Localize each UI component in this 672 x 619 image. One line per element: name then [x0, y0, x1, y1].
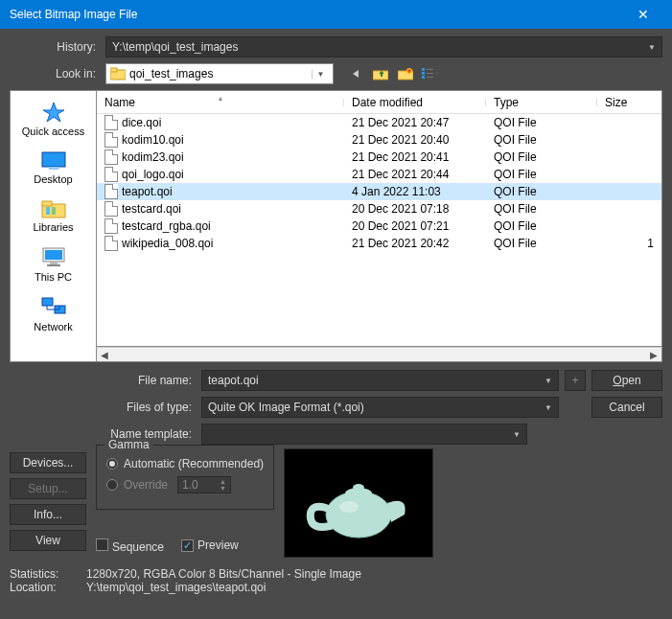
file-icon	[104, 184, 118, 199]
gamma-group: Gamma Automatic (Recommended) Override 1…	[96, 445, 274, 510]
view-menu-button[interactable]	[420, 63, 441, 84]
file-type: QOI File	[486, 150, 597, 164]
file-row[interactable]: testcard_rgba.qoi20 Dec 2021 07:21QOI Fi…	[97, 218, 661, 235]
file-icon	[104, 149, 118, 165]
place-network[interactable]: Network	[11, 292, 96, 340]
preview-checkbox[interactable]: Preview	[181, 539, 239, 554]
chevron-down-icon: ▼	[545, 403, 552, 412]
look-in-label: Look in:	[10, 67, 105, 80]
radio-checked-icon	[106, 458, 118, 470]
info-button[interactable]: Info...	[10, 504, 86, 525]
place-quick-access[interactable]: Quick access	[11, 97, 96, 145]
file-size: 1	[597, 237, 661, 250]
history-value: Y:\temp\qoi_test_images	[112, 40, 238, 54]
file-date: 20 Dec 2021 07:21	[344, 219, 486, 233]
file-name: wikipedia_008.qoi	[122, 237, 213, 250]
svg-rect-15	[46, 207, 50, 215]
name-template-dropdown[interactable]: ▼	[201, 424, 527, 445]
files-of-type-dropdown[interactable]: Quite OK Image Format (*.qoi) ▼	[201, 397, 559, 418]
file-type: QOI File	[486, 237, 597, 250]
file-type: QOI File	[486, 185, 597, 198]
file-name: teapot.qoi	[122, 185, 173, 198]
places-bar: Quick access Desktop Libraries This PC N…	[10, 90, 96, 362]
scroll-left-icon[interactable]: ◀	[97, 350, 112, 360]
titlebar: Select Bitmap Image File ✕	[0, 0, 672, 29]
svg-point-27	[339, 501, 359, 513]
history-label: History:	[10, 40, 105, 54]
back-button[interactable]	[345, 63, 366, 84]
add-button[interactable]: +	[565, 370, 586, 391]
column-type[interactable]: Type	[486, 96, 597, 109]
file-date: 21 Dec 2021 20:40	[344, 133, 486, 147]
place-desktop[interactable]: Desktop	[11, 147, 96, 193]
file-icon	[104, 132, 118, 148]
svg-rect-1	[110, 68, 117, 72]
folder-icon	[110, 67, 126, 80]
file-icon	[104, 218, 118, 234]
file-name-value: teapot.qoi	[208, 374, 259, 387]
place-libraries[interactable]: Libraries	[11, 195, 96, 241]
file-name-label: File name:	[10, 374, 201, 387]
setup-button: Setup...	[10, 478, 86, 499]
statistics-value: 1280x720, RGBA Color 8 Bits/Channel - Si…	[86, 567, 361, 581]
gamma-automatic-radio[interactable]: Automatic (Recommended)	[106, 457, 264, 470]
file-list[interactable]: ▲Name Date modified Type Size dice.qoi21…	[96, 90, 662, 347]
look-in-dropdown[interactable]: qoi_test_images ▼	[105, 63, 334, 84]
file-type: QOI File	[486, 202, 597, 216]
cancel-button[interactable]: Cancel	[591, 397, 662, 418]
gamma-legend: Gamma	[104, 438, 153, 451]
file-row[interactable]: teapot.qoi4 Jan 2022 11:03QOI File	[97, 183, 661, 200]
gamma-override-radio[interactable]: Override 1.0 ▲▼	[106, 476, 264, 493]
file-name: testcard_rgba.qoi	[122, 219, 211, 233]
history-dropdown[interactable]: Y:\temp\qoi_test_images ▼	[105, 36, 662, 57]
svg-point-26	[353, 484, 364, 492]
file-row[interactable]: kodim10.qoi21 Dec 2021 20:40QOI File	[97, 131, 661, 149]
svg-rect-16	[52, 207, 56, 215]
file-name: dice.qoi	[122, 116, 161, 129]
file-type: QOI File	[486, 219, 597, 233]
svg-rect-18	[45, 250, 62, 260]
checkbox-checked-icon	[181, 539, 194, 552]
svg-rect-19	[50, 262, 58, 264]
new-folder-button[interactable]	[395, 63, 416, 84]
files-of-type-value: Quite OK Image Format (*.qoi)	[208, 401, 364, 414]
devices-button[interactable]: Devices...	[10, 452, 86, 473]
svg-rect-5	[422, 68, 425, 71]
file-date: 21 Dec 2021 20:47	[344, 116, 486, 129]
file-icon	[104, 201, 118, 217]
svg-rect-14	[42, 201, 52, 206]
file-row[interactable]: kodim23.qoi21 Dec 2021 20:41QOI File	[97, 149, 661, 166]
file-row[interactable]: dice.qoi21 Dec 2021 20:47QOI File	[97, 114, 661, 131]
file-icon	[104, 167, 118, 182]
chevron-down-icon: ▼	[513, 430, 521, 439]
chevron-down-icon: ▼	[648, 43, 656, 52]
file-row[interactable]: wikipedia_008.qoi21 Dec 2021 20:42QOI Fi…	[97, 235, 661, 252]
sequence-checkbox[interactable]: Sequence	[96, 539, 164, 554]
checkbox-unchecked-icon	[96, 539, 108, 551]
svg-rect-20	[47, 264, 60, 266]
file-row[interactable]: testcard.qoi20 Dec 2021 07:18QOI File	[97, 200, 661, 218]
column-date[interactable]: Date modified	[344, 96, 486, 109]
view-button[interactable]: View	[10, 530, 86, 551]
file-row[interactable]: qoi_logo.qoi21 Dec 2021 20:44QOI File	[97, 166, 661, 183]
horizontal-scrollbar[interactable]: ◀ ▶	[96, 347, 662, 362]
up-folder-button[interactable]	[370, 63, 391, 84]
open-button[interactable]: Open	[591, 370, 662, 391]
svg-rect-12	[49, 167, 58, 170]
file-icon	[104, 115, 118, 130]
file-name-input[interactable]: teapot.qoi ▼	[201, 370, 559, 391]
place-this-pc[interactable]: This PC	[11, 242, 96, 290]
file-name: qoi_logo.qoi	[122, 168, 184, 181]
column-size[interactable]: Size	[597, 96, 661, 109]
close-button[interactable]: ✕	[624, 7, 662, 22]
file-date: 21 Dec 2021 20:41	[344, 150, 486, 164]
svg-rect-7	[422, 76, 425, 79]
chevron-down-icon: ▼	[545, 377, 552, 385]
preview-pane	[284, 448, 433, 558]
scroll-right-icon[interactable]: ▶	[646, 350, 661, 360]
chevron-down-icon: ▼	[312, 70, 329, 79]
file-type: QOI File	[486, 133, 597, 147]
gamma-override-spinner: 1.0 ▲▼	[177, 476, 231, 493]
column-name[interactable]: ▲Name	[97, 96, 344, 109]
file-type: QOI File	[486, 168, 597, 181]
